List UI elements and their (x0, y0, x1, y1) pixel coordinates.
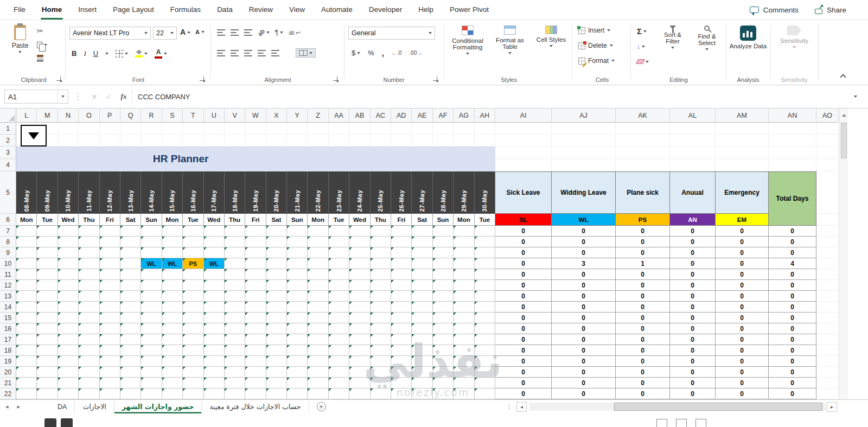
ribbon-tab-page-layout[interactable]: Page Layout (105, 0, 162, 20)
empty-cell[interactable] (391, 135, 412, 146)
empty-cell[interactable] (245, 123, 266, 135)
calendar-cell[interactable] (266, 237, 287, 247)
calendar-cell[interactable] (266, 226, 287, 237)
empty-cell[interactable] (141, 123, 162, 135)
align-bottom-icon[interactable] (244, 29, 252, 36)
leave-value-cell[interactable]: 0 (716, 280, 769, 291)
empty-cell[interactable] (816, 291, 839, 302)
leave-code-cell[interactable]: EM (716, 214, 769, 226)
calendar-cell[interactable] (454, 356, 474, 367)
calendar-cell[interactable] (120, 323, 141, 334)
leave-value-cell[interactable]: 0 (616, 345, 670, 356)
empty-cell[interactable] (816, 269, 839, 280)
new-sheet-button[interactable]: + (317, 402, 326, 411)
scroll-right-icon[interactable]: ▸ (827, 402, 837, 412)
calendar-cell[interactable] (16, 367, 37, 378)
calendar-cell[interactable] (58, 237, 79, 247)
row-header-12[interactable]: 12 (0, 280, 16, 291)
column-header-U[interactable]: U (204, 109, 225, 123)
calendar-cell[interactable] (141, 313, 162, 323)
empty-cell[interactable] (120, 135, 141, 146)
calendar-cell[interactable] (245, 334, 266, 345)
calendar-cell[interactable] (204, 378, 225, 388)
vertical-scrollbar[interactable] (839, 109, 848, 399)
ribbon-tab-view[interactable]: View (281, 0, 313, 20)
column-header-AG[interactable]: AG (454, 109, 474, 123)
calendar-cell[interactable] (287, 367, 308, 378)
calendar-cell[interactable] (433, 226, 454, 237)
calendar-cell[interactable] (100, 302, 120, 313)
fill-button[interactable]: ↓ (637, 43, 645, 50)
empty-cell[interactable] (816, 237, 839, 247)
calendar-cell[interactable] (454, 313, 474, 323)
calendar-cell[interactable] (433, 367, 454, 378)
calendar-cell[interactable] (266, 258, 287, 269)
empty-cell[interactable] (716, 159, 769, 171)
row-header-4[interactable]: 4 (0, 159, 16, 171)
calendar-cell[interactable] (120, 367, 141, 378)
day-cell[interactable]: Tue (183, 214, 203, 226)
calendar-cell[interactable] (329, 280, 349, 291)
ribbon-tab-file[interactable]: File (5, 0, 34, 20)
leave-value-cell[interactable]: 4 (769, 258, 816, 269)
calendar-cell[interactable] (475, 356, 495, 367)
find-select-button[interactable]: Find & Select (691, 26, 723, 50)
calendar-cell[interactable] (141, 388, 162, 399)
ribbon-tab-developer[interactable]: Developer (361, 0, 411, 20)
calendar-cell[interactable] (225, 388, 245, 399)
calendar-cell[interactable] (287, 345, 308, 356)
calendar-cell[interactable] (37, 313, 58, 323)
page-break-view-icon[interactable] (695, 419, 706, 427)
calendar-cell[interactable] (16, 269, 37, 280)
normal-view-icon[interactable] (656, 419, 667, 427)
calendar-cell[interactable] (245, 323, 266, 334)
empty-cell[interactable] (308, 123, 328, 135)
calendar-cell[interactable] (204, 269, 225, 280)
calendar-cell[interactable] (266, 356, 287, 367)
leave-value-cell[interactable]: 0 (495, 237, 552, 247)
leave-value-cell[interactable]: 0 (552, 291, 616, 302)
calendar-cell[interactable] (100, 269, 120, 280)
calendar-cell[interactable] (308, 334, 328, 345)
font-size-select[interactable]: 22 (153, 27, 177, 40)
day-cell[interactable]: Tue (329, 214, 349, 226)
leave-code-cell[interactable]: SL (495, 214, 552, 226)
column-header-Z[interactable]: Z (308, 109, 328, 123)
empty-cell[interactable] (816, 226, 839, 237)
calendar-cell[interactable] (37, 302, 58, 313)
calendar-cell[interactable] (162, 302, 183, 313)
calendar-cell[interactable] (204, 313, 225, 323)
date-header-cell[interactable]: 13-May (120, 171, 141, 214)
calendar-cell[interactable] (120, 388, 141, 399)
empty-cell[interactable] (371, 123, 391, 135)
date-header-cell[interactable]: 29-May (454, 171, 474, 214)
empty-cell[interactable] (454, 135, 474, 146)
leave-value-cell[interactable]: 0 (616, 269, 670, 280)
column-header-AA[interactable]: AA (329, 109, 349, 123)
date-header-cell[interactable]: 24-May (349, 171, 370, 214)
formula-bar-expand-icon[interactable] (854, 95, 857, 98)
leave-value-cell[interactable]: 0 (495, 291, 552, 302)
calendar-cell[interactable] (245, 313, 266, 323)
date-header-cell[interactable]: 17-May (204, 171, 225, 214)
calendar-cell[interactable] (266, 345, 287, 356)
calendar-cell[interactable] (58, 269, 79, 280)
calendar-cell[interactable] (100, 388, 120, 399)
calendar-cell[interactable] (16, 237, 37, 247)
calendar-cell[interactable] (58, 323, 79, 334)
empty-cell[interactable] (349, 123, 370, 135)
page-layout-view-icon[interactable] (676, 419, 687, 427)
calendar-cell[interactable] (141, 280, 162, 291)
calendar-cell[interactable] (454, 334, 474, 345)
calendar-cell[interactable] (225, 280, 245, 291)
calendar-cell[interactable] (287, 313, 308, 323)
calendar-cell[interactable] (433, 280, 454, 291)
previous-sheet-icon[interactable]: ◂ (5, 403, 9, 410)
empty-cell[interactable] (670, 123, 716, 135)
calendar-cell[interactable] (162, 237, 183, 247)
calendar-cell[interactable] (412, 280, 432, 291)
calendar-cell[interactable] (454, 367, 474, 378)
calendar-cell[interactable] (371, 388, 391, 399)
leave-value-cell[interactable]: 0 (769, 247, 816, 258)
date-header-cell[interactable]: 09-May (37, 171, 58, 214)
